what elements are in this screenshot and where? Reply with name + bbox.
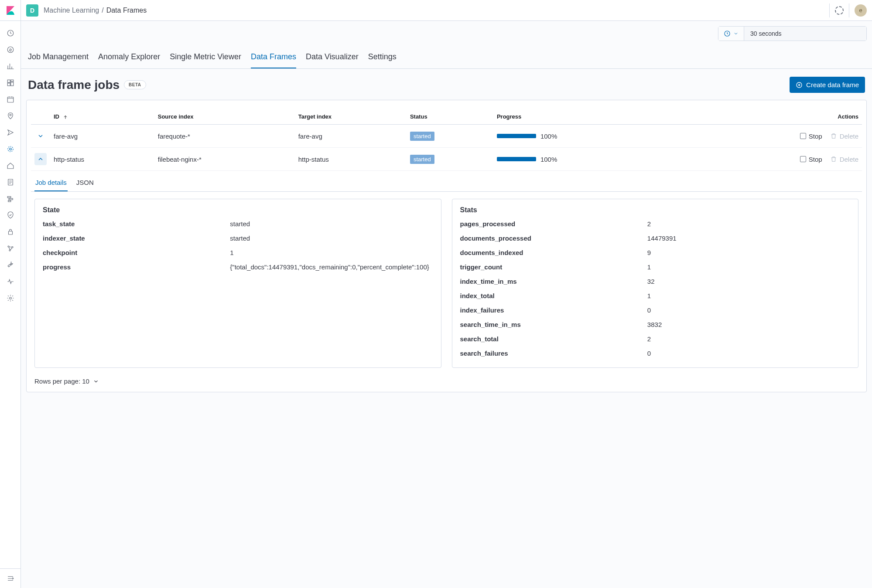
detail-tab-job-details[interactable]: Job details: [34, 174, 68, 191]
col-progress[interactable]: Progress: [493, 109, 680, 125]
graph-icon[interactable]: [6, 244, 15, 253]
kv-key: index_failures: [460, 306, 647, 314]
infrastructure-icon[interactable]: [6, 161, 15, 170]
pager-label: Rows per page: 10: [34, 377, 89, 385]
kv-key: index_time_in_ms: [460, 278, 647, 285]
breadcrumb: Machine Learning / Data Frames: [44, 7, 147, 14]
collapse-icon[interactable]: [6, 574, 15, 583]
status-badge: started: [410, 132, 434, 141]
kibana-logo[interactable]: [0, 0, 21, 21]
refresh-interval-value[interactable]: 30 seconds: [744, 27, 866, 41]
kv-value: started: [230, 235, 433, 242]
dashboard-icon[interactable]: [6, 78, 15, 87]
kv-key: pages_processed: [460, 220, 647, 228]
progress-cell: 100%: [497, 133, 677, 140]
kv-row: documents_indexed9: [460, 245, 851, 260]
svg-point-15: [8, 246, 9, 247]
chevron-down-icon: [733, 31, 739, 36]
kv-key: progress: [43, 263, 230, 271]
stats-card: Stats pages_processed2documents_processe…: [452, 199, 859, 368]
tab-anomaly-explorer[interactable]: Anomaly Explorer: [98, 46, 160, 68]
kv-row: index_time_in_ms32: [460, 274, 851, 289]
progress-text: 100%: [540, 133, 557, 140]
canvas-icon[interactable]: [6, 128, 15, 137]
tab-settings[interactable]: Settings: [368, 46, 397, 68]
kv-value: 1: [230, 249, 433, 256]
cell-id: fare-avg: [50, 125, 154, 148]
breadcrumb-current: Data Frames: [106, 7, 147, 14]
col-target[interactable]: Target index: [295, 109, 407, 125]
cell-id: http-status: [50, 148, 154, 171]
progress-text: 100%: [540, 156, 557, 163]
svg-rect-2: [7, 80, 10, 82]
divider: [849, 3, 849, 17]
space-selector[interactable]: D: [26, 4, 38, 17]
delete-action: Delete: [830, 133, 858, 140]
machine-learning-icon[interactable]: [6, 145, 15, 153]
create-data-frame-button[interactable]: Create data frame: [790, 77, 865, 93]
kv-key: trigger_count: [460, 263, 647, 271]
cell-target: http-status: [295, 148, 407, 171]
siem-icon[interactable]: [6, 228, 15, 236]
expand-row-button[interactable]: [34, 130, 47, 142]
kv-key: search_time_in_ms: [460, 321, 647, 328]
kv-row: search_total2: [460, 332, 851, 346]
tab-single-metric-viewer[interactable]: Single Metric Viewer: [170, 46, 241, 68]
help-icon[interactable]: [835, 6, 844, 15]
user-avatar[interactable]: e: [855, 4, 867, 17]
stop-action[interactable]: Stop: [800, 133, 822, 140]
stop-action[interactable]: Stop: [800, 156, 822, 163]
jobs-table: ID Source index Target index Status Prog…: [31, 109, 862, 171]
kibana-logo-icon: [5, 5, 16, 16]
trash-icon: [830, 133, 837, 139]
management-icon[interactable]: [6, 294, 15, 302]
logs-icon[interactable]: [6, 178, 15, 187]
discover-icon[interactable]: [6, 45, 15, 54]
svg-rect-6: [7, 97, 14, 102]
cell-source: filebeat-nginx-*: [154, 148, 295, 171]
beta-badge: BETA: [124, 80, 146, 89]
tab-data-visualizer[interactable]: Data Visualizer: [306, 46, 359, 68]
progress-cell: 100%: [497, 156, 677, 163]
kv-key: search_failures: [460, 350, 647, 357]
maps-icon[interactable]: [6, 112, 15, 120]
col-id[interactable]: ID: [50, 109, 154, 125]
kv-value: 3832: [647, 321, 850, 328]
uptime-icon[interactable]: [6, 211, 15, 220]
visualize-icon[interactable]: [6, 62, 15, 71]
col-source[interactable]: Source index: [154, 109, 295, 125]
dev-tools-icon[interactable]: [6, 261, 15, 269]
tab-job-management[interactable]: Job Management: [28, 46, 89, 68]
kv-value: 0: [647, 306, 850, 314]
expand-row-button[interactable]: [34, 153, 47, 165]
recently-viewed-icon[interactable]: [6, 29, 15, 37]
refresh-bar: 30 seconds: [21, 21, 872, 46]
col-actions: Actions: [680, 109, 862, 125]
svg-point-9: [8, 146, 13, 152]
kv-key: documents_indexed: [460, 249, 647, 256]
timelion-icon[interactable]: [6, 95, 15, 104]
rows-per-page[interactable]: Rows per page: 10: [31, 371, 862, 385]
breadcrumb-parent[interactable]: Machine Learning: [44, 7, 99, 14]
monitoring-icon[interactable]: [6, 277, 15, 286]
create-button-label: Create data frame: [806, 81, 859, 88]
chevron-down-icon: [37, 133, 44, 139]
cell-target: fare-avg: [295, 125, 407, 148]
kv-row: checkpoint1: [43, 245, 433, 260]
delete-action: Delete: [830, 156, 858, 163]
kv-key: indexer_state: [43, 235, 230, 242]
table-row: http-statusfilebeat-nginx-*http-statusst…: [31, 148, 862, 171]
svg-point-18: [9, 297, 11, 299]
detail-tab-json[interactable]: JSON: [75, 174, 95, 191]
col-status[interactable]: Status: [407, 109, 493, 125]
sort-asc-icon: [63, 115, 68, 120]
refresh-interval-button[interactable]: [718, 27, 744, 41]
main-tabs: Job ManagementAnomaly ExplorerSingle Met…: [21, 46, 872, 69]
svg-rect-12: [9, 198, 13, 200]
kv-row: index_total1: [460, 289, 851, 303]
apm-icon[interactable]: [6, 194, 15, 203]
cell-source: farequote-*: [154, 125, 295, 148]
kv-row: task_statestarted: [43, 217, 433, 231]
kv-row: index_failures0: [460, 303, 851, 317]
tab-data-frames[interactable]: Data Frames: [251, 46, 296, 68]
